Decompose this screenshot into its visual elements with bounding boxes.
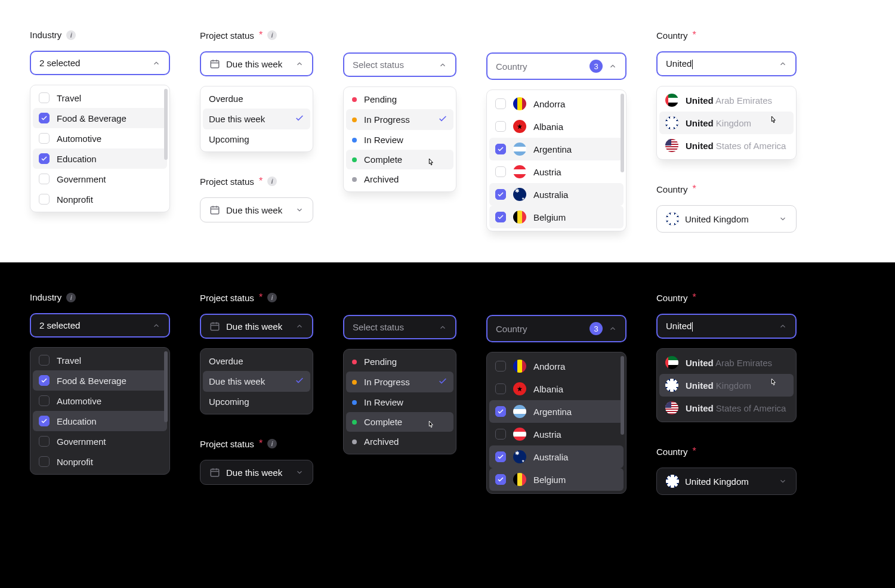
checkbox[interactable] xyxy=(39,92,50,103)
country-option[interactable]: Albania xyxy=(489,115,624,138)
checkbox[interactable] xyxy=(495,361,506,372)
status-select-trigger[interactable]: Select status xyxy=(343,315,456,339)
status-option[interactable]: Pending xyxy=(346,352,453,372)
industry-option[interactable]: Travel xyxy=(33,88,167,108)
country-search-trigger[interactable]: United xyxy=(656,314,797,339)
project-status-option[interactable]: Due this week xyxy=(203,109,310,129)
country-search-result[interactable]: United States of America xyxy=(659,397,794,419)
project-status-trigger-closed[interactable]: Due this week xyxy=(200,197,313,222)
checkbox[interactable] xyxy=(495,189,506,200)
checkbox[interactable] xyxy=(495,98,506,109)
info-icon[interactable]: i xyxy=(66,293,76,302)
checkbox[interactable] xyxy=(495,429,506,440)
industry-option[interactable]: Nonprofit xyxy=(33,451,167,472)
country-option[interactable]: Andorra xyxy=(489,355,624,377)
country-option[interactable]: Austria xyxy=(489,160,624,183)
project-status-option[interactable]: Upcoming xyxy=(203,392,310,411)
industry-option[interactable]: Automotive xyxy=(33,391,167,411)
industry-option[interactable]: Food & Beverage xyxy=(33,108,167,128)
country-search-result[interactable]: United States of America xyxy=(659,134,794,157)
checkbox[interactable] xyxy=(495,166,506,177)
project-status-label: Project status xyxy=(200,177,254,187)
project-status-trigger-closed[interactable]: Due this week xyxy=(200,460,313,485)
country-closed-trigger[interactable]: United Kingdom xyxy=(656,468,797,495)
status-option[interactable]: Archived xyxy=(346,169,453,189)
project-status-option[interactable]: Overdue xyxy=(203,351,310,371)
scrollbar[interactable] xyxy=(621,356,624,435)
status-option[interactable]: In Review xyxy=(346,130,453,150)
industry-option[interactable]: Education xyxy=(33,148,167,169)
project-status-option[interactable]: Upcoming xyxy=(203,129,310,149)
status-option[interactable]: Pending xyxy=(346,89,453,109)
industry-option[interactable]: Food & Beverage xyxy=(33,370,167,391)
project-status-option[interactable]: Due this week xyxy=(203,371,310,392)
scrollbar[interactable] xyxy=(164,89,168,160)
country-search-result[interactable]: United Kingdom xyxy=(659,374,794,397)
country-multi-trigger[interactable]: Country 3 xyxy=(486,52,626,80)
checkbox[interactable] xyxy=(495,121,506,132)
status-option[interactable]: Complete xyxy=(346,412,453,432)
scrollbar[interactable] xyxy=(621,94,624,172)
info-icon[interactable]: i xyxy=(267,30,277,40)
industry-option[interactable]: Nonprofit xyxy=(33,189,167,209)
country-option[interactable]: Belgium xyxy=(489,468,624,491)
scrollbar[interactable] xyxy=(164,351,168,422)
project-status-trigger[interactable]: Due this week xyxy=(200,51,313,76)
country-closed-trigger[interactable]: United Kingdom xyxy=(656,205,797,233)
country-option[interactable]: Argentina xyxy=(489,400,624,423)
status-option[interactable]: Archived xyxy=(346,432,453,451)
checkbox[interactable] xyxy=(495,474,506,485)
industry-option[interactable]: Government xyxy=(33,169,167,189)
country-option[interactable]: Argentina xyxy=(489,138,624,160)
country-multi-trigger[interactable]: Country3 xyxy=(486,315,626,342)
chevron-up-icon xyxy=(295,60,304,68)
checkbox[interactable] xyxy=(495,212,506,222)
industry-option[interactable]: Automotive xyxy=(33,128,167,148)
checkbox[interactable] xyxy=(495,383,506,394)
checkbox[interactable] xyxy=(39,416,50,426)
project-status-trigger[interactable]: Due this week xyxy=(200,314,313,339)
checkbox[interactable] xyxy=(39,113,50,123)
country-option[interactable]: Australia xyxy=(489,445,624,468)
status-option[interactable]: In Progress xyxy=(346,109,453,130)
country-search-result[interactable]: United Arab Emirates xyxy=(659,351,794,374)
industry-trigger[interactable]: 2 selected xyxy=(30,313,170,338)
checkbox[interactable] xyxy=(39,375,50,386)
status-option[interactable]: In Progress xyxy=(346,372,453,392)
country-option[interactable]: Andorra xyxy=(489,92,624,115)
industry-option[interactable]: Government xyxy=(33,431,167,451)
checkbox[interactable] xyxy=(39,355,50,366)
info-icon[interactable]: i xyxy=(267,177,277,186)
country-option[interactable]: Albania xyxy=(489,377,624,400)
country-option[interactable]: Belgium xyxy=(489,206,624,228)
checkbox[interactable] xyxy=(39,174,50,184)
status-option[interactable]: Complete xyxy=(346,150,453,169)
checkbox[interactable] xyxy=(495,451,506,462)
checkbox[interactable] xyxy=(495,144,506,154)
status-select-trigger[interactable]: Select status xyxy=(343,52,456,77)
country-search-result[interactable]: United Kingdom xyxy=(659,112,794,134)
info-icon[interactable]: i xyxy=(267,439,277,448)
checkbox[interactable] xyxy=(39,395,50,406)
country-option[interactable]: Australia xyxy=(489,183,624,206)
status-option[interactable]: In Review xyxy=(346,392,453,412)
chevron-down-icon xyxy=(295,206,304,214)
checkbox[interactable] xyxy=(495,406,506,417)
project-status-closed-text: Due this week xyxy=(226,205,289,215)
checkbox[interactable] xyxy=(39,153,50,164)
checkbox[interactable] xyxy=(39,456,50,467)
checkbox[interactable] xyxy=(39,194,50,205)
country-search-result[interactable]: United Arab Emirates xyxy=(659,89,794,112)
option-label: Complete xyxy=(364,417,448,427)
industry-option[interactable]: Travel xyxy=(33,350,167,370)
checkbox[interactable] xyxy=(39,133,50,144)
info-icon[interactable]: i xyxy=(267,293,277,302)
country-option[interactable]: Austria xyxy=(489,423,624,445)
project-status-option[interactable]: Overdue xyxy=(203,89,310,109)
industry-trigger[interactable]: 2 selected xyxy=(30,51,170,75)
country-search-trigger[interactable]: United xyxy=(656,51,797,76)
checkbox[interactable] xyxy=(39,436,50,447)
info-icon[interactable]: i xyxy=(66,30,76,40)
industry-option[interactable]: Education xyxy=(33,411,167,431)
status-dot-icon xyxy=(352,360,357,364)
